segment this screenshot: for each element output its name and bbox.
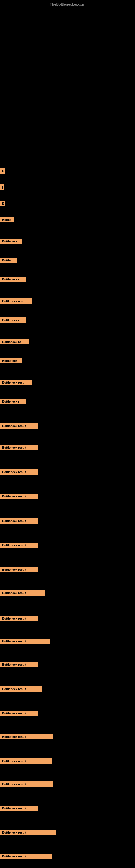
badge-5: Bottleneck bbox=[0, 239, 22, 244]
badge-6: Bottlen bbox=[0, 258, 17, 263]
badge-10: Bottleneck re bbox=[0, 339, 29, 344]
badge-14: Bottleneck result bbox=[0, 423, 38, 429]
badge-15: Bottleneck result bbox=[0, 445, 38, 450]
badge-20: Bottleneck result bbox=[0, 567, 38, 572]
badge-3: B bbox=[0, 201, 5, 206]
badge-24: Bottleneck result bbox=[0, 662, 38, 667]
badge-23: Bottleneck result bbox=[0, 639, 50, 644]
badge-13: Bottleneck r bbox=[0, 399, 26, 404]
badge-27: Bottleneck result bbox=[0, 734, 53, 739]
badge-4: Bottle bbox=[0, 217, 14, 222]
badge-28: Bottleneck result bbox=[0, 758, 52, 764]
badge-9: Bottleneck r bbox=[0, 317, 26, 323]
badge-18: Bottleneck result bbox=[0, 518, 38, 524]
badge-32: Bottleneck result bbox=[0, 854, 52, 859]
badge-21: Bottleneck result bbox=[0, 590, 45, 596]
badge-16: Bottleneck result bbox=[0, 469, 38, 475]
badge-11: Bottleneck bbox=[0, 358, 22, 364]
badge-8: Bottleneck resu bbox=[0, 299, 32, 304]
badge-7: Bottleneck r bbox=[0, 277, 26, 282]
badge-25: Bottleneck result bbox=[0, 686, 42, 692]
badge-30: Bottleneck result bbox=[0, 806, 38, 811]
badge-31: Bottleneck result bbox=[0, 830, 56, 835]
badge-26: Bottleneck result bbox=[0, 711, 38, 716]
badge-29: Bottleneck result bbox=[0, 781, 53, 787]
site-title: TheBottlenecker.com bbox=[0, 0, 135, 9]
badge-22: Bottleneck result bbox=[0, 616, 38, 621]
badge-1: B bbox=[0, 168, 5, 174]
badge-17: Bottleneck result bbox=[0, 494, 38, 499]
badge-2: | bbox=[0, 184, 4, 190]
badge-12: Bottleneck resu bbox=[0, 380, 32, 385]
badge-19: Bottleneck result bbox=[0, 542, 38, 548]
